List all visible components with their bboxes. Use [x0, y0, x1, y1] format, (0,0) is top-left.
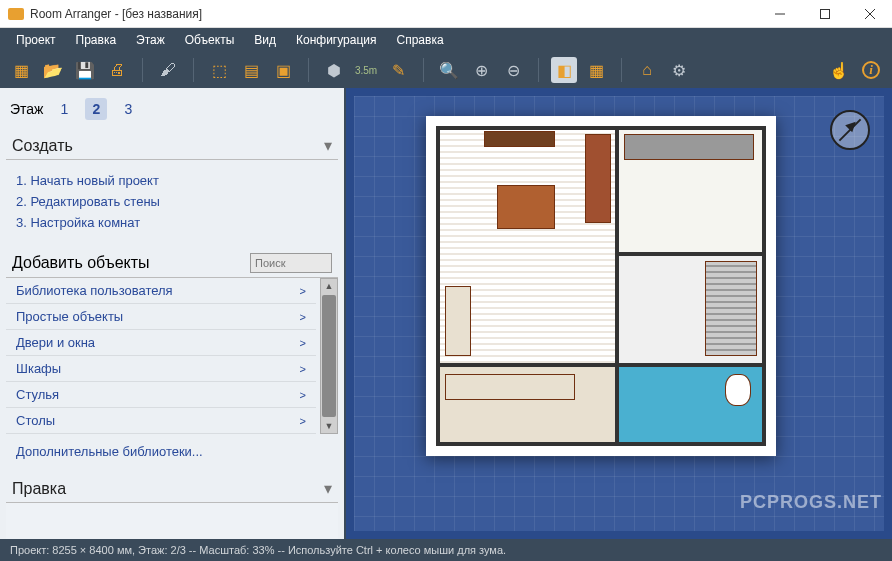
new-icon: ▦ [14, 61, 29, 80]
furniture-stairs[interactable] [705, 261, 757, 356]
cat-user-library[interactable]: Библиотека пользователя> [6, 278, 316, 304]
object-button[interactable]: ⬢ [321, 57, 347, 83]
furniture-tv-unit[interactable] [484, 131, 556, 147]
hand-button[interactable]: ☝ [826, 57, 852, 83]
room-button[interactable]: ▣ [270, 57, 296, 83]
info-button[interactable]: i [858, 57, 884, 83]
floor-selector: Этаж 1 2 3 [6, 92, 338, 126]
cat-simple-objects[interactable]: Простые объекты> [6, 304, 316, 330]
room-icon: ▣ [276, 61, 291, 80]
brush-icon: 🖌 [160, 61, 176, 79]
menu-view[interactable]: Вид [244, 30, 286, 50]
pencil-button[interactable]: ✎ [385, 57, 411, 83]
menu-help[interactable]: Справка [387, 30, 454, 50]
menubar: Проект Правка Этаж Объекты Вид Конфигура… [0, 28, 892, 52]
add-objects-section: Добавить объекты Библиотека пользователя… [6, 249, 338, 469]
save-button[interactable]: 💾 [72, 57, 98, 83]
minimize-button[interactable] [757, 0, 802, 27]
floor-plan[interactable] [426, 116, 776, 456]
svg-rect-1 [820, 9, 829, 18]
toolbar-separator [308, 58, 309, 82]
edit-section: Правка ▾ [6, 475, 338, 539]
view3d-button[interactable]: ◧ [551, 57, 577, 83]
canvas-viewport[interactable]: PCPROGS.NET [346, 88, 892, 539]
toolbar-separator [538, 58, 539, 82]
chevron-right-icon: > [300, 363, 306, 375]
category-scrollbar[interactable]: ▲ ▼ [320, 278, 338, 434]
scroll-down-icon[interactable]: ▼ [323, 419, 336, 433]
settings-button[interactable]: ⚙ [666, 57, 692, 83]
sidebar: Этаж 1 2 3 Создать ▾ 1. Начать новый про… [0, 88, 346, 539]
close-button[interactable] [847, 0, 892, 27]
floor-2-button[interactable]: 2 [85, 98, 107, 120]
toolbar-separator [621, 58, 622, 82]
add-objects-header: Добавить объекты [6, 249, 338, 278]
app-icon [8, 8, 24, 20]
extra-libraries-link[interactable]: Дополнительные библиотеки... [6, 434, 338, 469]
house-button[interactable]: ⌂ [634, 57, 660, 83]
step-edit-walls[interactable]: 2. Редактировать стены [16, 191, 328, 212]
gear-icon: ⚙ [672, 61, 686, 80]
menu-project[interactable]: Проект [6, 30, 66, 50]
minimize-icon [775, 9, 785, 19]
pencil-icon: ✎ [392, 61, 405, 80]
toolbar: ▦ 📂 💾 🖨 🖌 ⬚ ▤ ▣ ⬢ 3.5m ✎ 🔍 ⊕ ⊖ ◧ ▦ ⌂ ⚙ ☝… [0, 52, 892, 88]
watermark: PCPROGS.NET [740, 492, 882, 513]
step-new-project[interactable]: 1. Начать новый проект [16, 170, 328, 191]
brush-button[interactable]: 🖌 [155, 57, 181, 83]
furniture-shelf[interactable] [585, 134, 611, 222]
scroll-thumb[interactable] [322, 295, 336, 417]
toolbar-separator [423, 58, 424, 82]
chevron-right-icon: > [300, 311, 306, 323]
walk-icon: ▦ [589, 61, 604, 80]
zoom-button[interactable]: 🔍 [436, 57, 462, 83]
print-icon: 🖨 [109, 61, 125, 79]
scroll-up-icon[interactable]: ▲ [323, 279, 336, 293]
maximize-button[interactable] [802, 0, 847, 27]
edit-header[interactable]: Правка ▾ [6, 475, 338, 503]
print-button[interactable]: 🖨 [104, 57, 130, 83]
cat-chairs[interactable]: Стулья> [6, 382, 316, 408]
measure-button[interactable]: 3.5m [353, 57, 379, 83]
save-icon: 💾 [75, 61, 95, 80]
cat-doors-windows[interactable]: Двери и окна> [6, 330, 316, 356]
open-button[interactable]: 📂 [40, 57, 66, 83]
cube3d-icon: ◧ [557, 61, 572, 80]
furniture-dining-table[interactable] [497, 185, 556, 229]
window-title: Room Arranger - [без названия] [30, 7, 757, 21]
hand-icon: ☝ [829, 61, 849, 80]
new-button[interactable]: ▦ [8, 57, 34, 83]
wall2-button[interactable]: ▤ [238, 57, 264, 83]
furniture-sofa[interactable] [445, 286, 471, 356]
create-header[interactable]: Создать ▾ [6, 132, 338, 160]
zoom-in-icon: ⊕ [475, 61, 488, 80]
cat-tables[interactable]: Столы> [6, 408, 316, 434]
category-list: Библиотека пользователя> Простые объекты… [6, 278, 316, 434]
search-input[interactable] [250, 253, 332, 273]
chevron-down-icon[interactable]: ▾ [324, 136, 332, 155]
wall-button[interactable]: ⬚ [206, 57, 232, 83]
furniture-toilet[interactable] [725, 374, 751, 406]
menu-objects[interactable]: Объекты [175, 30, 245, 50]
floor-label: Этаж [10, 101, 43, 117]
zoom-out-button[interactable]: ⊖ [500, 57, 526, 83]
furniture-sofa-long[interactable] [445, 374, 575, 399]
chevron-down-icon[interactable]: ▾ [324, 479, 332, 498]
wall-icon: ⬚ [212, 61, 227, 80]
floor-1-button[interactable]: 1 [53, 98, 75, 120]
folder-open-icon: 📂 [43, 61, 63, 80]
floor-3-button[interactable]: 3 [117, 98, 139, 120]
toolbar-separator [193, 58, 194, 82]
zoom-in-button[interactable]: ⊕ [468, 57, 494, 83]
menu-config[interactable]: Конфигурация [286, 30, 387, 50]
menu-floor[interactable]: Этаж [126, 30, 175, 50]
furniture-counter[interactable] [624, 134, 754, 159]
create-title: Создать [12, 137, 73, 155]
cat-cabinets[interactable]: Шкафы> [6, 356, 316, 382]
step-room-setup[interactable]: 3. Настройка комнат [16, 212, 328, 233]
walk-button[interactable]: ▦ [583, 57, 609, 83]
compass-icon[interactable] [830, 110, 870, 150]
edit-title: Правка [12, 480, 66, 498]
menu-edit[interactable]: Правка [66, 30, 127, 50]
edit-body [6, 503, 338, 539]
